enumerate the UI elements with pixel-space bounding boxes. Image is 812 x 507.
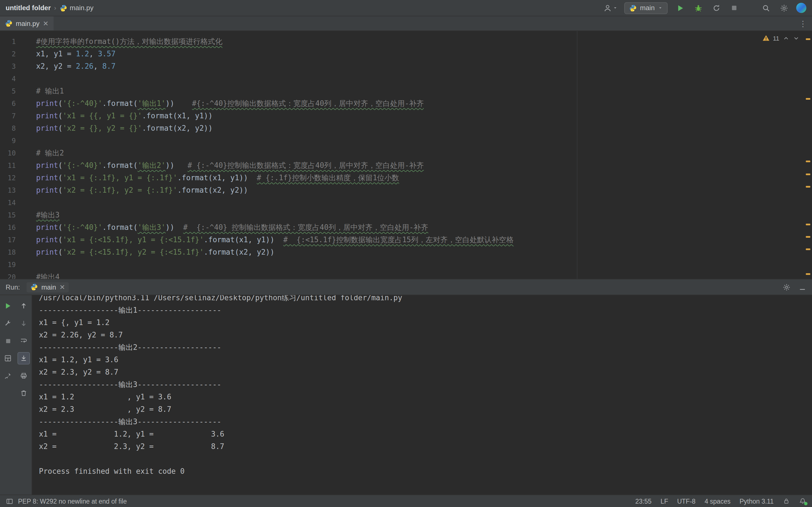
user-avatar[interactable] — [796, 3, 806, 13]
code-line[interactable]: print('{:-^40}'.format('输出3')) # {:-^40}… — [36, 221, 812, 234]
code-line[interactable]: x1, y1 = 1.2, 3.57 — [36, 48, 812, 60]
line-number[interactable]: 11 — [0, 159, 16, 172]
code-line[interactable]: print('{:-^40}'.format('输出1')) #{:-^40}控… — [36, 98, 812, 110]
error-stripe[interactable] — [804, 31, 812, 279]
code-line[interactable]: print('{:-^40}'.format('输出2')) # {:-^40}… — [36, 159, 812, 172]
ide-window: untitled folder › main.py main — [0, 0, 812, 507]
file-encoding[interactable]: UTF-8 — [677, 498, 696, 504]
stripe-warning-mark[interactable] — [806, 273, 810, 275]
indent-setting[interactable]: 4 spaces — [705, 498, 730, 504]
line-number[interactable]: 3 — [0, 60, 16, 73]
next-warning-chevron-down-icon[interactable] — [793, 35, 800, 41]
code-line[interactable]: print('x2 = {:.1f}, y2 = {:.1f}'.format(… — [36, 184, 812, 196]
code-line[interactable] — [36, 196, 812, 209]
inspections-widget[interactable]: 11 — [762, 34, 800, 42]
debug-button[interactable] — [693, 2, 704, 13]
hide-panel-icon[interactable] — [799, 283, 806, 291]
run-tab-close-icon[interactable]: ✕ — [59, 284, 65, 290]
code-editor[interactable]: 1234567891011121314151617181920 #使用字符串的f… — [0, 31, 812, 279]
line-separator[interactable]: LF — [661, 498, 668, 504]
line-number[interactable]: 7 — [0, 110, 16, 122]
line-number[interactable]: 14 — [0, 196, 16, 209]
stripe-warning-mark[interactable] — [806, 161, 810, 162]
editor-code[interactable]: #使用字符串的format()方法，对输出数据项进行格式化x1, y1 = 1.… — [25, 31, 812, 279]
line-number[interactable]: 13 — [0, 184, 16, 196]
run-settings-gear-icon[interactable] — [783, 283, 791, 291]
run-tab-main[interactable]: main ✕ — [27, 282, 69, 292]
prev-warning-chevron-up-icon[interactable] — [783, 35, 790, 41]
tab-main-py[interactable]: main.py ✕ — [0, 16, 54, 31]
interpreter[interactable]: Python 3.11 — [740, 498, 774, 504]
down-stack-trace-button[interactable] — [17, 317, 30, 330]
lock-icon[interactable] — [783, 497, 790, 505]
editor-gutter: 1234567891011121314151617181920 — [0, 31, 25, 279]
code-line[interactable]: print('x1 = {:.1f}, y1 = {:.1f}'.format(… — [36, 172, 812, 184]
line-number[interactable]: 10 — [0, 147, 16, 159]
code-line[interactable]: print('x2 = {:<15.1f}, y2 = {:<15.1f}'.f… — [36, 246, 812, 259]
code-token: # {:-^40} 控制输出数据格式：宽度占40列，居中对齐，空白处用-补齐 — [183, 223, 428, 231]
settings-button[interactable] — [778, 2, 790, 13]
up-stack-trace-button[interactable] — [17, 300, 30, 312]
code-line[interactable]: print('x1 = {{, y1 = {}'.format(x1, y1)) — [36, 110, 812, 122]
stripe-warning-mark[interactable] — [806, 186, 810, 187]
run-config-selector[interactable]: main — [624, 2, 668, 14]
stripe-warning-mark[interactable] — [806, 236, 810, 238]
code-line[interactable]: # 输出1 — [36, 85, 812, 98]
breadcrumb-file[interactable]: main.py — [59, 4, 93, 12]
code-line[interactable] — [36, 73, 812, 85]
tab-options-kebab-icon[interactable]: ⋮ — [794, 16, 812, 31]
code-line[interactable]: print('x2 = {}, y2 = {}'.format(x2, y2)) — [36, 122, 812, 135]
tab-close-icon[interactable]: ✕ — [43, 20, 49, 27]
line-number[interactable]: 12 — [0, 172, 16, 184]
clear-all-button[interactable] — [17, 387, 30, 399]
line-number[interactable]: 9 — [0, 135, 16, 147]
print-button[interactable] — [17, 370, 30, 382]
rerun-console-button[interactable] — [2, 300, 14, 312]
code-line[interactable]: print('x1 = {:<15.1f}, y1 = {:<15.1f}'.f… — [36, 234, 812, 246]
tool-window-panel-icon[interactable] — [6, 497, 13, 505]
line-number[interactable]: 18 — [0, 246, 16, 259]
line-number[interactable]: 20 — [0, 271, 16, 279]
stripe-warning-mark[interactable] — [806, 38, 810, 40]
code-line[interactable] — [36, 259, 812, 271]
code-line[interactable]: #使用字符串的format()方法，对输出数据项进行格式化 — [36, 36, 812, 48]
notifications-button[interactable] — [799, 497, 806, 505]
line-number[interactable]: 1 — [0, 36, 16, 48]
line-number[interactable]: 6 — [0, 98, 16, 110]
stripe-warning-mark[interactable] — [806, 173, 810, 175]
search-everywhere-button[interactable] — [760, 2, 771, 13]
console-output[interactable]: /usr/local/bin/python3.11 /Users/selinaz… — [32, 295, 812, 495]
code-line[interactable] — [36, 135, 812, 147]
caret-position[interactable]: 23:55 — [635, 498, 652, 504]
code-line[interactable]: x2, y2 = 2.26, 8.7 — [36, 60, 812, 73]
code-token: ( — [58, 161, 63, 170]
stripe-warning-mark[interactable] — [806, 224, 810, 225]
stop-button[interactable] — [728, 2, 740, 13]
scroll-to-end-button[interactable] — [17, 352, 30, 364]
code-line[interactable]: #输出4 — [36, 271, 812, 279]
code-line[interactable]: # 输出2 — [36, 147, 812, 159]
rerun-button[interactable] — [711, 2, 722, 13]
soft-wrap-button[interactable] — [17, 335, 30, 347]
line-number[interactable]: 4 — [0, 73, 16, 85]
line-number[interactable]: 16 — [0, 221, 16, 234]
profile-menu-button[interactable] — [603, 4, 617, 12]
line-number[interactable]: 2 — [0, 48, 16, 60]
code-token: ( — [58, 186, 63, 194]
line-number[interactable]: 15 — [0, 209, 16, 221]
code-line[interactable]: #输出3 — [36, 209, 812, 221]
line-number[interactable]: 17 — [0, 234, 16, 246]
build-wrench-button[interactable] — [2, 317, 14, 330]
stripe-warning-mark[interactable] — [806, 248, 810, 250]
pin-tab-button[interactable] — [2, 370, 14, 382]
run-button[interactable] — [674, 2, 686, 13]
line-number[interactable]: 19 — [0, 259, 16, 271]
stop-console-button[interactable] — [2, 335, 14, 347]
status-message[interactable]: PEP 8: W292 no newline at end of file — [18, 498, 127, 504]
stripe-warning-mark[interactable] — [806, 98, 810, 100]
restore-layout-button[interactable] — [2, 352, 14, 364]
code-token: print — [36, 161, 58, 170]
line-number[interactable]: 5 — [0, 85, 16, 98]
line-number[interactable]: 8 — [0, 122, 16, 135]
breadcrumb-folder[interactable]: untitled folder — [6, 4, 51, 12]
